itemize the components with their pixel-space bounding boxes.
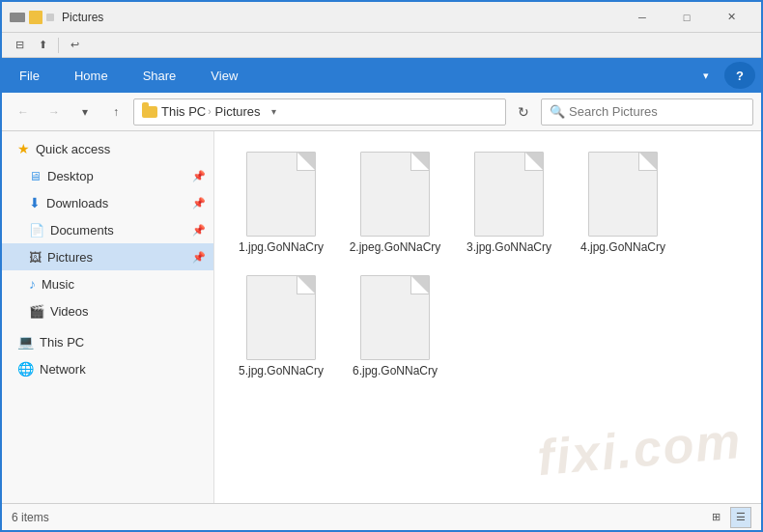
file-item[interactable]: 1.jpg.GoNNaCry bbox=[228, 145, 334, 261]
path-segment-thispc: This PC › bbox=[161, 104, 212, 119]
downloads-icon: ⬇ bbox=[29, 195, 41, 210]
search-input[interactable] bbox=[569, 104, 745, 119]
file-icon-body-0 bbox=[246, 152, 316, 237]
content-area: fixi.com 1.jpg.GoNNaCry 2.jpeg.GoNNaCry … bbox=[214, 131, 761, 507]
search-box[interactable]: 🔍 bbox=[541, 98, 753, 126]
close-icon: ✕ bbox=[727, 11, 736, 23]
file-icon-body-5 bbox=[360, 275, 430, 360]
pin-icon-pictures: 📌 bbox=[192, 251, 206, 264]
large-icons-view-btn[interactable]: ⊞ bbox=[705, 507, 726, 528]
documents-icon: 📄 bbox=[29, 223, 44, 238]
file-item[interactable]: 5.jpg.GoNNaCry bbox=[228, 268, 334, 384]
quick-access-toolbar-icon bbox=[10, 13, 25, 22]
file-label-0: 1.jpg.GoNNaCry bbox=[239, 240, 324, 254]
file-label-4: 5.jpg.GoNNaCry bbox=[239, 364, 324, 378]
close-button[interactable]: ✕ bbox=[709, 2, 753, 33]
maximize-button[interactable]: □ bbox=[664, 2, 709, 33]
file-icon-2 bbox=[474, 152, 544, 237]
search-icon: 🔍 bbox=[550, 104, 565, 119]
file-item[interactable]: 2.jpeg.GoNNaCry bbox=[342, 145, 448, 261]
qa-btn-3[interactable]: ↩ bbox=[65, 36, 84, 55]
status-bar: 6 items ⊞ ☰ bbox=[2, 503, 761, 530]
file-icon-body-1 bbox=[360, 152, 430, 237]
file-label-3: 4.jpg.GoNNaCry bbox=[580, 240, 665, 254]
ribbon-home-tab[interactable]: Home bbox=[57, 58, 126, 93]
path-folder-icon bbox=[142, 106, 157, 118]
sidebar-item-thispc[interactable]: 💻 This PC bbox=[2, 328, 213, 355]
qa-btn-1[interactable]: ⊟ bbox=[10, 36, 29, 55]
sidebar-label-quick-access: Quick access bbox=[36, 142, 110, 156]
videos-icon: 🎬 bbox=[29, 304, 44, 319]
file-icon-body-2 bbox=[474, 152, 544, 237]
sidebar-item-videos[interactable]: 🎬 Videos bbox=[2, 297, 213, 324]
pin-icon-documents: 📌 bbox=[192, 224, 206, 237]
address-bar: ← → ▾ ↑ This PC › Pictures ▾ ↻ 🔍 bbox=[2, 93, 761, 131]
maximize-icon: □ bbox=[684, 12, 691, 23]
file-label-5: 6.jpg.GoNNaCry bbox=[353, 364, 438, 378]
ribbon: File Home Share View ▾ ? bbox=[2, 58, 761, 93]
forward-button[interactable]: → bbox=[41, 98, 68, 126]
minimize-icon: ─ bbox=[638, 12, 646, 23]
sidebar-label-videos: Videos bbox=[50, 304, 89, 319]
ribbon-expand-btn[interactable]: ▾ bbox=[693, 58, 719, 93]
path-segment-pictures: Pictures bbox=[215, 104, 261, 119]
folder-icon bbox=[29, 11, 42, 24]
sidebar-item-downloads[interactable]: ⬇ Downloads 📌 bbox=[2, 189, 213, 216]
file-icon-4 bbox=[246, 275, 316, 360]
file-item[interactable]: 4.jpg.GoNNaCry bbox=[570, 145, 676, 261]
sidebar-label-documents: Documents bbox=[50, 223, 114, 238]
file-grid: 1.jpg.GoNNaCry 2.jpeg.GoNNaCry 3.jpg.GoN… bbox=[224, 141, 751, 388]
sidebar-label-pictures: Pictures bbox=[47, 250, 93, 265]
back-button[interactable]: ← bbox=[10, 98, 37, 126]
file-icon-1 bbox=[360, 152, 430, 237]
file-item[interactable]: 6.jpg.GoNNaCry bbox=[342, 268, 448, 384]
pin-icon-desktop: 📌 bbox=[192, 170, 206, 182]
music-icon: ♪ bbox=[29, 276, 36, 292]
item-count: 6 items bbox=[12, 511, 49, 524]
address-path[interactable]: This PC › Pictures ▾ bbox=[133, 98, 506, 126]
address-dropdown-btn[interactable]: ▾ bbox=[265, 98, 284, 126]
title-bar-icons bbox=[10, 11, 54, 24]
sidebar-item-music[interactable]: ♪ Music bbox=[2, 270, 213, 297]
star-icon: ★ bbox=[17, 141, 30, 156]
window-title: Pictures bbox=[62, 11, 620, 24]
ribbon-view-tab[interactable]: View bbox=[193, 58, 255, 93]
qa-separator bbox=[58, 38, 59, 53]
file-label-1: 2.jpeg.GoNNaCry bbox=[350, 240, 441, 254]
file-icon-5 bbox=[360, 275, 430, 360]
sidebar-item-quick-access[interactable]: ★ Quick access bbox=[2, 135, 213, 162]
sidebar-item-documents[interactable]: 📄 Documents 📌 bbox=[2, 216, 213, 243]
sidebar-item-pictures[interactable]: 🖼 Pictures 📌 bbox=[2, 243, 213, 270]
file-icon-body-4 bbox=[246, 275, 316, 360]
pin-icon-downloads: 📌 bbox=[192, 197, 206, 210]
ribbon-help-button[interactable]: ? bbox=[724, 62, 755, 89]
file-icon-body-3 bbox=[588, 152, 658, 237]
sidebar-label-music: Music bbox=[42, 277, 74, 292]
sidebar-item-network[interactable]: 🌐 Network bbox=[2, 355, 213, 382]
view-toggle: ⊞ ☰ bbox=[705, 507, 751, 528]
window-controls: ─ □ ✕ bbox=[620, 2, 753, 33]
pictures-icon: 🖼 bbox=[29, 250, 42, 265]
ribbon-file-tab[interactable]: File bbox=[2, 58, 57, 93]
sidebar-label-thispc: This PC bbox=[40, 335, 84, 350]
refresh-button[interactable]: ↻ bbox=[510, 98, 537, 126]
sidebar-label-desktop: Desktop bbox=[47, 169, 94, 183]
minimize-button[interactable]: ─ bbox=[620, 2, 664, 33]
qa-btn-2[interactable]: ⬆ bbox=[33, 36, 52, 55]
path-chevron-1: › bbox=[208, 106, 211, 117]
title-bar: Pictures ─ □ ✕ bbox=[2, 2, 761, 33]
file-item[interactable]: 3.jpg.GoNNaCry bbox=[456, 145, 562, 261]
network-icon: 🌐 bbox=[17, 361, 34, 377]
sidebar-label-network: Network bbox=[40, 362, 86, 377]
up-button[interactable]: ↑ bbox=[102, 98, 129, 126]
thispc-icon: 💻 bbox=[17, 334, 34, 350]
sidebar-item-desktop[interactable]: 🖥 Desktop 📌 bbox=[2, 162, 213, 189]
sidebar-label-downloads: Downloads bbox=[46, 196, 108, 210]
dropdown-nav-button[interactable]: ▾ bbox=[71, 98, 99, 126]
desktop-icon: 🖥 bbox=[29, 169, 42, 183]
file-icon-0 bbox=[246, 152, 316, 237]
file-label-2: 3.jpg.GoNNaCry bbox=[466, 240, 551, 254]
details-view-btn[interactable]: ☰ bbox=[730, 507, 751, 528]
sidebar: ★ Quick access 🖥 Desktop 📌 ⬇ Downloads 📌… bbox=[2, 131, 214, 507]
ribbon-share-tab[interactable]: Share bbox=[126, 58, 194, 93]
